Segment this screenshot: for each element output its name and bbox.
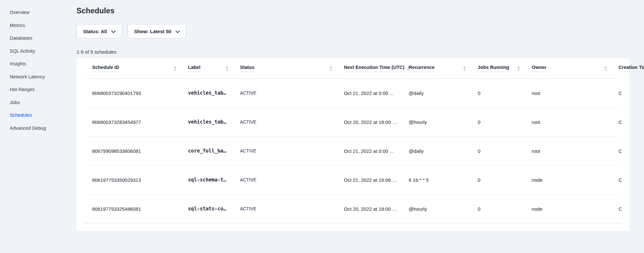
sort-asc-arrow-icon [174, 66, 176, 68]
sort-desc-arrow-icon [226, 69, 228, 71]
sort-asc-arrow-icon [517, 66, 520, 68]
main-content: Schedules Status: All Show: Latest 50 [77, 0, 644, 253]
column-header-label: Next Execution Time (UTC) [344, 65, 404, 72]
app-layout: Overview Metrics Databases SQL Activity … [0, 0, 644, 253]
schedules-table-card: Schedule ID Label [77, 58, 629, 231]
table-row: 806799098533806081 core_full_backups ACT… [84, 137, 622, 166]
sort-asc-arrow-icon [463, 66, 466, 68]
cell-status: ACTIVE [232, 194, 336, 223]
column-header-label: Creation Time (UTC) [619, 65, 644, 72]
cell-creation-time: Oct 18, 2022 at 14:13 UTC [611, 166, 622, 194]
table-row: 806197753350029313 sql-schema-telemetry … [84, 166, 622, 194]
cell-jobs-running: 0 [470, 108, 524, 137]
sort-arrows-icon[interactable] [604, 66, 607, 71]
filter-dropdown-1[interactable]: Show: Latest 50 [128, 24, 186, 38]
cell-jobs-running: 0 [470, 194, 524, 223]
filter-dropdown-label: Status: All [83, 29, 107, 34]
column-header-label: Schedule ID [92, 65, 119, 72]
cell-owner: root [524, 108, 611, 137]
sidebar-item-7[interactable]: Jobs [10, 99, 77, 106]
page-title: Schedules [77, 7, 629, 15]
cell-recurrence: 6 16 * * 5 [401, 166, 470, 194]
sort-desc-arrow-icon [174, 69, 176, 71]
column-header-3[interactable]: Next Execution Time (UTC) [336, 58, 401, 79]
cell-recurrence: @daily [401, 79, 470, 108]
cell-next-execution: Oct 21, 2022 at 0:00 UTC [336, 79, 401, 108]
column-header-label: Recurrence [409, 65, 435, 72]
sidebar-item-1[interactable]: Metrics [10, 22, 77, 29]
cell-label: sql-schema-telemetry [180, 166, 232, 194]
cell-schedule-id: 806799098533806081 [84, 137, 180, 166]
filter-dropdown-label: Show: Latest 50 [134, 29, 171, 34]
cell-creation-time: Oct 18, 2022 at 14:13 UTC [611, 194, 622, 223]
cell-recurrence: @daily [401, 137, 470, 166]
column-header-1[interactable]: Label [180, 58, 232, 79]
filter-bar: Status: All Show: Latest 50 [77, 24, 629, 38]
cell-jobs-running: 0 [470, 166, 524, 194]
cell-status: ACTIVE [232, 137, 336, 166]
column-header-2[interactable]: Status [232, 58, 336, 79]
sidebar-item-6[interactable]: Hot Ranges [10, 86, 77, 93]
column-header-7[interactable]: Creation Time (UTC) [611, 58, 622, 79]
table-row: 806800373283454977 vehicles_table_backup… [84, 108, 622, 137]
column-header-label: Status [240, 65, 254, 72]
table-row: 806800373290401793 vehicles_table_backup… [84, 79, 622, 108]
cell-owner: node [524, 194, 611, 223]
cell-recurrence: @hourly [401, 194, 470, 223]
sort-desc-arrow-icon [604, 69, 607, 71]
chevron-down-icon [111, 29, 116, 34]
cell-creation-time: Oct 20, 2022 at 17:18 UTC [611, 108, 622, 137]
table-row: 806197753325486081 sql-stats-compaction … [84, 194, 622, 223]
filter-dropdown-0[interactable]: Status: All [77, 24, 122, 38]
sort-arrows-icon[interactable] [517, 66, 520, 71]
cell-label: core_full_backups [180, 137, 232, 166]
sort-asc-arrow-icon [604, 66, 607, 68]
cell-creation-time: Oct 20, 2022 at 17:18 UTC [611, 79, 622, 108]
cell-schedule-id: 806197753325486081 [84, 194, 180, 223]
sort-arrows-icon[interactable] [174, 66, 176, 71]
cell-next-execution: Oct 21, 2022 at 0:00 UTC [336, 137, 401, 166]
cell-status: ACTIVE [232, 166, 336, 194]
sort-desc-arrow-icon [329, 69, 332, 71]
sort-asc-arrow-icon [226, 66, 228, 68]
column-header-label: Jobs Running [478, 65, 509, 72]
table-header: Schedule ID Label [84, 58, 622, 79]
cell-jobs-running: 0 [470, 79, 524, 108]
cell-label: vehicles_table_backup [180, 79, 232, 108]
cell-creation-time: Oct 20, 2022 at 17:12 UTC [611, 137, 622, 166]
sidebar-item-4[interactable]: Insights [10, 60, 77, 67]
sort-arrows-icon[interactable] [463, 66, 466, 71]
column-header-4[interactable]: Recurrence [401, 58, 470, 79]
chevron-down-icon [175, 29, 180, 34]
cell-status: ACTIVE [232, 79, 336, 108]
results-count: 1-5 of 5 schedules [77, 49, 629, 55]
sidebar-item-5[interactable]: Network Latency [10, 73, 77, 80]
schedules-table: Schedule ID Label [84, 58, 622, 223]
sidebar-item-0[interactable]: Overview [10, 9, 77, 16]
cell-label: vehicles_table_backup [180, 108, 232, 137]
cell-jobs-running: 0 [470, 137, 524, 166]
cell-recurrence: @hourly [401, 108, 470, 137]
cell-schedule-id: 806197753350029313 [84, 166, 180, 194]
table-body: 806800373290401793 vehicles_table_backup… [84, 79, 622, 223]
column-header-label: Owner [532, 65, 546, 72]
sort-asc-arrow-icon [329, 66, 332, 68]
sort-arrows-icon[interactable] [329, 66, 332, 71]
sort-desc-arrow-icon [463, 69, 466, 71]
cell-owner: root [524, 79, 611, 108]
column-header-5[interactable]: Jobs Running [470, 58, 524, 79]
sidebar: Overview Metrics Databases SQL Activity … [0, 0, 77, 253]
cell-owner: root [524, 137, 611, 166]
sort-desc-arrow-icon [517, 69, 520, 71]
cell-next-execution: Oct 21, 2022 at 16:06 UTC [336, 166, 401, 194]
sidebar-item-8[interactable]: Schedules [10, 112, 77, 119]
sidebar-item-2[interactable]: Databases [10, 34, 77, 42]
sidebar-item-9[interactable]: Advanced Debug [10, 125, 77, 132]
cell-schedule-id: 806800373290401793 [84, 79, 180, 108]
cell-next-execution: Oct 20, 2022 at 18:00 UTC [336, 194, 401, 223]
cell-schedule-id: 806800373283454977 [84, 108, 180, 137]
sidebar-item-3[interactable]: SQL Activity [10, 47, 77, 55]
column-header-0[interactable]: Schedule ID [84, 58, 180, 79]
sort-arrows-icon[interactable] [226, 66, 228, 71]
column-header-6[interactable]: Owner [524, 58, 611, 79]
